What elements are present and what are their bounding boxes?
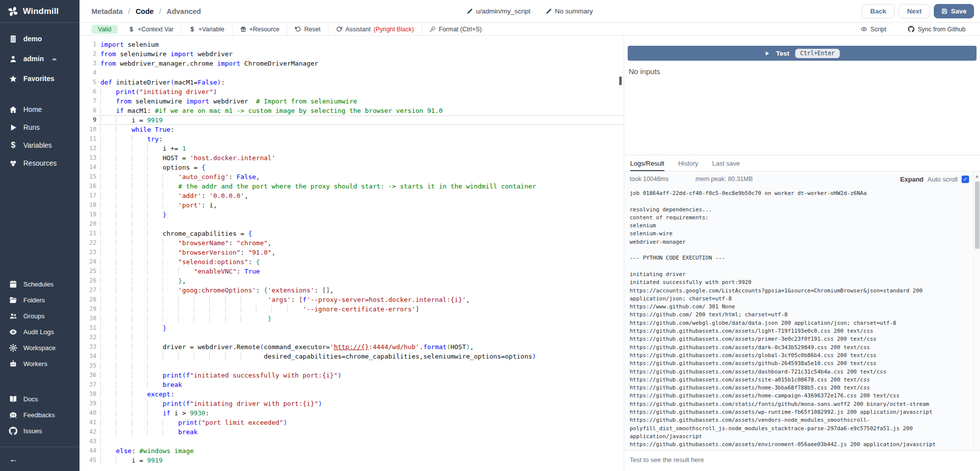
sidebar-item-feedbacks[interactable]: Feedbacks [0, 407, 80, 423]
assistant-button[interactable]: Assistant (Pyright Black) [328, 23, 422, 35]
code-line[interactable]: 39 print(f"initiating driver with port:{… [80, 399, 624, 408]
code-line[interactable]: 21 chrome_capabilities = { [80, 229, 624, 238]
save-button[interactable]: Save [934, 4, 974, 18]
code-line[interactable]: 37 break [80, 380, 624, 389]
sidebar-item-audit-logs[interactable]: Audit Logs [0, 324, 80, 340]
code-line[interactable]: 14 options = { [80, 163, 624, 172]
code-line[interactable]: 11 try: [80, 134, 624, 144]
code-line[interactable]: 35 [80, 361, 624, 371]
tab-history[interactable]: History [678, 155, 698, 171]
line-number: 37 [80, 380, 96, 389]
code-line[interactable]: 26 }, [80, 276, 624, 285]
code-line[interactable]: 8 if macM1: #if we are on mac m1 -> cust… [80, 106, 624, 115]
code-line[interactable]: 31 } [80, 323, 624, 333]
run-status-row: took 10046ms mem peak: 80.31MB Expand Au… [624, 172, 980, 187]
code-line[interactable]: 42 break [80, 427, 624, 437]
tab-last-save[interactable]: Last save [712, 155, 740, 171]
sidebar-item-variables[interactable]: $ Variables [0, 136, 80, 154]
tab-code[interactable]: Code [136, 7, 154, 15]
sidebar-item-workspace-settings[interactable]: Workspace [0, 340, 80, 356]
code-line[interactable]: 41 print("port limit exceeded") [80, 418, 624, 427]
code-line[interactable]: 2from seleniumwire import webdriver [80, 49, 624, 59]
code-line[interactable]: 28 'args': [f'--proxy-server=host.docker… [80, 295, 624, 304]
code-line[interactable]: 36 print(f"initiated successfully with p… [80, 371, 624, 380]
code-line[interactable]: 15 'auto_config': False, [80, 172, 624, 182]
code-line[interactable]: 12 i += 1 [80, 144, 624, 153]
add-context-var-button[interactable]: $ +Context Var [121, 23, 181, 35]
code-editor[interactable]: 1import selenium2from seleniumwire impor… [80, 36, 624, 471]
code-line[interactable]: 16 # the addr and the port where the pro… [80, 182, 624, 191]
sidebar-item-schedules[interactable]: Schedules [0, 276, 80, 292]
code-line[interactable]: 4 [80, 68, 624, 78]
code-line[interactable]: 25 "enableVNC": True [80, 267, 624, 276]
code-line[interactable]: 40 if i > 9930: [80, 408, 624, 418]
app-logo[interactable]: Windmill [0, 0, 80, 23]
line-number: 3 [80, 59, 96, 68]
code-line[interactable]: 43 [80, 437, 624, 446]
gear-icon [9, 344, 17, 352]
test-button[interactable]: Test Ctrl+Enter [628, 46, 977, 61]
sidebar-item-resources[interactable]: Resources [0, 154, 80, 172]
back-button[interactable]: Back [862, 4, 895, 18]
format-button[interactable]: Format (Ctrl+S) [422, 23, 489, 35]
script-summary-edit[interactable]: No summary [546, 7, 593, 15]
sync-from-github-button[interactable]: Sync from Github [900, 26, 973, 33]
code-line[interactable]: 22 "browserName": "chrome", [80, 238, 624, 248]
code-line[interactable]: 19 } [80, 210, 624, 219]
code-line[interactable]: 38 except: [80, 389, 624, 399]
code-line[interactable]: 44 else: #windows image [80, 446, 624, 456]
sidebar-item-docs[interactable]: Docs [0, 391, 80, 407]
tab-advanced[interactable]: Advanced [166, 7, 201, 15]
sidebar-item-folders[interactable]: Folders [0, 292, 80, 308]
logs-scrollbar[interactable] [974, 172, 980, 450]
code-line[interactable]: 3from webdriver_manager.chrome import Ch… [80, 59, 624, 68]
gift-icon [240, 26, 246, 32]
add-variable-button[interactable]: $ +Variable [181, 23, 232, 35]
code-line[interactable]: 10 while True: [80, 125, 624, 134]
code-line[interactable]: 9 i = 9919 [80, 115, 624, 125]
top-header: Metadata / Code / Advanced u/admin/my_sc… [80, 0, 980, 23]
code-line[interactable]: 32 [80, 333, 624, 342]
code-line[interactable]: 45 i = 9919 [80, 456, 624, 465]
sidebar-item-user-admin[interactable]: admin [0, 49, 80, 69]
sidebar-item-groups[interactable]: Groups [0, 308, 80, 324]
next-button[interactable]: Next [898, 4, 930, 18]
code-line[interactable]: 23 "browserVersion": "91.0", [80, 248, 624, 257]
sidebar-item-workspace-demo[interactable]: demo [0, 29, 80, 49]
code-line[interactable]: 30 } [80, 314, 624, 323]
sidebar-collapse-button[interactable]: ← [0, 447, 80, 471]
logs-scrollbar-thumb[interactable] [975, 182, 980, 249]
sidebar-item-home[interactable]: Home [0, 100, 80, 118]
line-number: 5 [80, 78, 96, 87]
sidebar-item-runs[interactable]: Runs [0, 118, 80, 136]
scroll-up-arrow-icon[interactable] [976, 174, 979, 178]
code-line[interactable]: 17 'addr': '0.0.0.0', [80, 191, 624, 200]
line-number: 41 [80, 418, 96, 427]
script-path-edit[interactable]: u/admin/my_script [467, 7, 531, 15]
code-line[interactable]: 5def initiateDriver(macM1=False): [80, 78, 624, 87]
add-resource-button[interactable]: +Resource [233, 23, 288, 35]
code-line[interactable]: 24 "selenoid:options": { [80, 257, 624, 267]
assistant-mode-label: (Pyright Black) [374, 26, 414, 33]
code-line[interactable]: 1import selenium [80, 40, 624, 49]
code-line[interactable]: 33 driver = webdriver.Remote(command_exe… [80, 342, 624, 352]
script-preview-button[interactable]: Script [853, 26, 894, 33]
code-line[interactable]: 34 desired_capabilities=chrome_capabilit… [80, 352, 624, 361]
code-line[interactable]: 13 HOST = 'host.docker.internal' [80, 153, 624, 163]
autoscroll-checkbox[interactable]: ✓ [962, 176, 969, 183]
sidebar-item-favorites[interactable]: Favorites [0, 69, 80, 89]
sidebar-item-workers[interactable]: Workers [0, 356, 80, 372]
tab-logs-result[interactable]: Logs/Result [630, 155, 664, 171]
code-line[interactable]: 29 '--ignore-certificate-errors'] [80, 304, 624, 314]
code-line[interactable]: 18 'port': i, [80, 200, 624, 210]
line-number: 23 [80, 248, 96, 257]
sidebar: Windmill demo admin Favorites [0, 0, 80, 471]
tab-metadata[interactable]: Metadata [91, 7, 123, 15]
code-line[interactable]: 20 [80, 219, 624, 229]
code-line[interactable]: 27 'goog:chromeOptions': {'extensions': … [80, 285, 624, 295]
code-line[interactable]: 6 print("initiating driver") [80, 87, 624, 96]
reset-button[interactable]: Reset [287, 23, 328, 35]
sidebar-item-issues[interactable]: Issues [0, 423, 80, 439]
expand-button[interactable]: Expand [900, 176, 923, 183]
code-line[interactable]: 7 from seleniumwire import webdriver # I… [80, 96, 624, 106]
